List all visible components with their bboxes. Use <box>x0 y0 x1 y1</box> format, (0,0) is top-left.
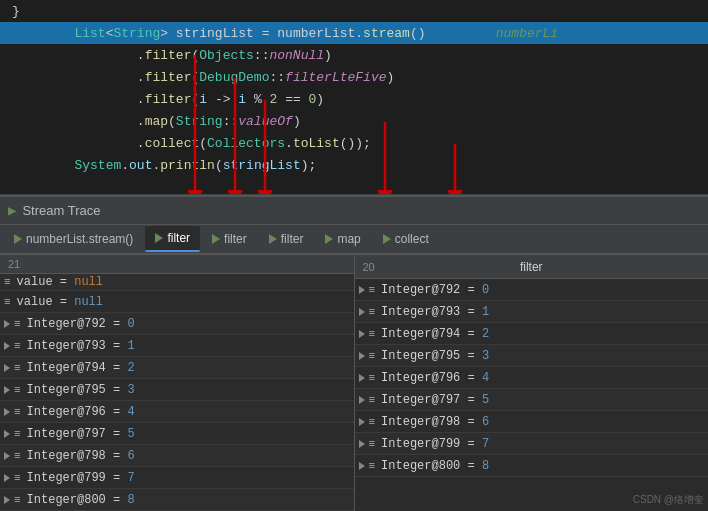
row-icon: ≡ <box>4 384 23 396</box>
row-value: Integer@793 = 1 <box>381 305 489 319</box>
tab-map-label: map <box>337 232 360 246</box>
left-panel: 21 ≡ value = null ≡value = null≡Integer@… <box>0 255 355 511</box>
row-value: Integer@800 = 8 <box>381 459 489 473</box>
tab-stream-label: numberList.stream() <box>26 232 133 246</box>
row-icon: ≡ <box>359 416 378 428</box>
tab-collect[interactable]: collect <box>373 226 439 252</box>
list-item[interactable]: ≡Integer@800 = 8 <box>0 489 354 511</box>
list-item[interactable]: ≡Integer@797 = 5 <box>0 423 354 445</box>
eq-icon: ≡ <box>14 406 21 418</box>
eq-icon: ≡ <box>369 394 376 406</box>
row-icon: ≡ <box>4 296 13 308</box>
row-icon: ≡ <box>359 328 378 340</box>
right-col-title: filter <box>520 260 543 274</box>
row-icon: ≡ <box>359 372 378 384</box>
row-value: Integer@793 = 1 <box>27 339 135 353</box>
expand-arrow-icon <box>359 330 365 338</box>
list-item[interactable]: ≡Integer@799 = 7 <box>0 467 354 489</box>
list-item[interactable]: ≡ value = null <box>0 274 354 291</box>
expand-arrow-icon <box>4 452 10 460</box>
expand-arrow-icon <box>4 342 10 350</box>
tab-filter2[interactable]: filter <box>202 226 257 252</box>
expand-arrow-icon <box>4 386 10 394</box>
row-icon: ≡ <box>359 306 378 318</box>
eq-icon: ≡ <box>369 306 376 318</box>
row-icon: ≡ <box>4 450 23 462</box>
list-item[interactable]: ≡Integer@793 = 1 <box>0 335 354 357</box>
code-line-3: .filter(Objects::nonNull) <box>0 44 708 66</box>
tab-filter2-label: filter <box>224 232 247 246</box>
code-line-4: .filter(DebugDemo::filterLteFive) <box>0 66 708 88</box>
tab-filter3-label: filter <box>281 232 304 246</box>
list-item[interactable]: ≡Integer@796 = 4 <box>355 367 709 389</box>
list-item[interactable]: ≡Integer@792 = 0 <box>355 279 709 301</box>
tab-filter3[interactable]: filter <box>259 226 314 252</box>
row-icon: ≡ <box>4 406 23 418</box>
expand-arrow-icon <box>359 396 365 404</box>
row-value: Integer@795 = 3 <box>381 349 489 363</box>
row-icon: ≡ <box>4 494 23 506</box>
expand-arrow-icon <box>359 308 365 316</box>
tab-filter1[interactable]: filter <box>145 226 200 252</box>
row-value: Integer@797 = 5 <box>27 427 135 441</box>
row-icon: ≡ <box>359 394 378 406</box>
expand-arrow-icon <box>359 462 365 470</box>
tab-play-icon-filter2 <box>212 234 220 244</box>
list-item[interactable]: ≡Integer@798 = 6 <box>355 411 709 433</box>
list-item[interactable]: ≡Integer@800 = 8 <box>355 455 709 477</box>
list-item[interactable]: ≡Integer@794 = 2 <box>0 357 354 379</box>
expand-arrow-icon <box>359 352 365 360</box>
row-icon: ≡ <box>4 318 23 330</box>
row-value: Integer@792 = 0 <box>381 283 489 297</box>
tab-play-icon-map <box>325 234 333 244</box>
panel-header: ▶ Stream Trace <box>0 197 708 225</box>
list-item[interactable]: ≡Integer@797 = 5 <box>355 389 709 411</box>
expand-arrow-icon <box>4 430 10 438</box>
tab-stream[interactable]: numberList.stream() <box>4 226 143 252</box>
row-icon: ≡ <box>4 362 23 374</box>
expand-arrow-icon <box>4 496 10 504</box>
eq-icon: ≡ <box>14 384 21 396</box>
eq-icon: ≡ <box>14 362 21 374</box>
list-item[interactable]: ≡Integer@792 = 0 <box>0 313 354 335</box>
expand-arrow-icon <box>359 418 365 426</box>
row-value: Integer@792 = 0 <box>27 317 135 331</box>
list-item[interactable]: ≡Integer@796 = 4 <box>0 401 354 423</box>
code-line-7: .collect(Collectors.toList()); <box>0 132 708 154</box>
row-value: Integer@799 = 7 <box>381 437 489 451</box>
row-icon: ≡ <box>359 438 378 450</box>
row-value: value = null <box>17 275 103 289</box>
tab-play-icon-filter3 <box>269 234 277 244</box>
list-item[interactable]: ≡Integer@794 = 2 <box>355 323 709 345</box>
expand-arrow-icon <box>4 364 10 372</box>
list-item[interactable]: ≡value = null <box>0 291 354 313</box>
list-item[interactable]: ≡Integer@799 = 7 <box>355 433 709 455</box>
expand-arrow-icon <box>359 440 365 448</box>
expand-arrow-icon <box>4 408 10 416</box>
row-value: Integer@794 = 2 <box>27 361 135 375</box>
eq-icon: ≡ <box>4 296 11 308</box>
code-line-1: } <box>0 0 708 22</box>
row-value: Integer@799 = 7 <box>27 471 135 485</box>
row-value: Integer@796 = 4 <box>381 371 489 385</box>
eq-icon: ≡ <box>369 438 376 450</box>
expand-arrow-icon <box>4 474 10 482</box>
right-panel: 20 filter ≡Integer@792 = 0≡Integer@793 =… <box>355 255 709 511</box>
list-item[interactable]: ≡Integer@798 = 6 <box>0 445 354 467</box>
eq-icon: ≡ <box>369 350 376 362</box>
code-line-2: List<String> stringList = numberList.str… <box>0 22 708 44</box>
content-area: 21 ≡ value = null ≡value = null≡Integer@… <box>0 255 708 511</box>
row-value: Integer@795 = 3 <box>27 383 135 397</box>
eq-icon: ≡ <box>369 328 376 340</box>
eq-icon: ≡ <box>369 372 376 384</box>
row-value: Integer@798 = 6 <box>381 415 489 429</box>
row-icon: ≡ <box>4 340 23 352</box>
list-item[interactable]: ≡Integer@795 = 3 <box>355 345 709 367</box>
row-icon: ≡ <box>359 460 378 472</box>
row-value: Integer@800 = 8 <box>27 493 135 507</box>
tab-map[interactable]: map <box>315 226 370 252</box>
list-item[interactable]: ≡Integer@793 = 1 <box>355 301 709 323</box>
list-item[interactable]: ≡Integer@795 = 3 <box>0 379 354 401</box>
tab-filter1-label: filter <box>167 231 190 245</box>
eq-icon: ≡ <box>14 472 21 484</box>
